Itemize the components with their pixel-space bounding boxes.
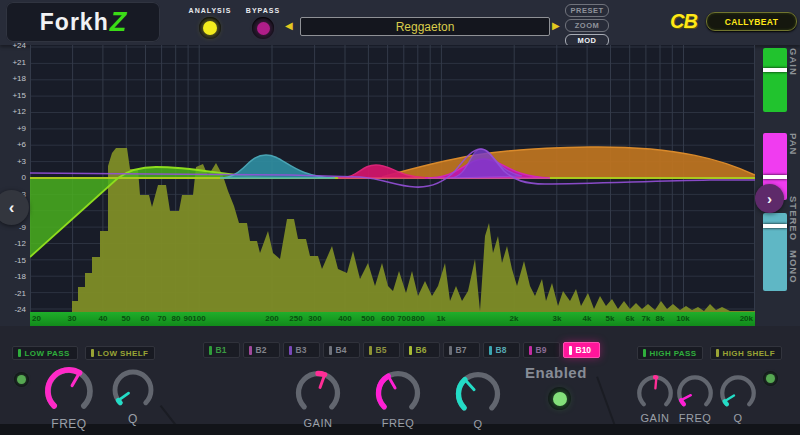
enabled-label: Enabled	[525, 364, 587, 381]
band-enabled-led[interactable]	[548, 387, 571, 410]
band-button-b2[interactable]: B2	[243, 342, 280, 358]
band-q-knob[interactable]: Q	[452, 368, 504, 430]
bypass-label: BYPASS	[241, 7, 285, 14]
stereo-label: STEREO	[788, 196, 799, 248]
band-button-b8[interactable]: B8	[483, 342, 520, 358]
scroll-right-button[interactable]: ›	[755, 184, 784, 213]
preset-prev-icon[interactable]: ◀	[285, 21, 293, 31]
highband-freq-knob[interactable]: FREQ	[674, 372, 716, 424]
stereo-width-slider[interactable]	[763, 213, 787, 291]
output-gain-label: GAIN	[788, 48, 799, 112]
output-gain-slider[interactable]	[763, 48, 787, 112]
band-button-b6[interactable]: B6	[403, 342, 440, 358]
band-button-b4[interactable]: B4	[323, 342, 360, 358]
mode-pills: PRESET ZOOM MOD	[565, 4, 609, 49]
preset-tab[interactable]: PRESET	[565, 4, 609, 17]
chevron-right-icon: ›	[767, 190, 772, 207]
low-band-enabled-led[interactable]	[14, 372, 29, 387]
output-gain-slider-handle[interactable]	[763, 68, 787, 72]
bypass-led-icon	[257, 22, 270, 35]
db-axis: +24+21 +18+15 +12+9 +6+3 0-3 -6-9 -12-15…	[0, 41, 26, 314]
analysis-led-icon	[203, 21, 217, 35]
high-pass-button[interactable]: HIGH PASS	[637, 346, 703, 360]
band-button-b7[interactable]: B7	[443, 342, 480, 358]
pan-label: PAN	[788, 133, 799, 200]
lowband-q-knob[interactable]: Q	[109, 366, 157, 426]
plugin-window: Forkh Z ANALYSIS BYPASS ◀ Reggaeton ▶ PR…	[0, 0, 800, 435]
frequency-axis: 20 30 40 50 60 70 80 90 100 200 250 300 …	[30, 312, 755, 326]
high-band-enabled-led[interactable]	[763, 371, 778, 386]
low-pass-button[interactable]: LOW PASS	[12, 346, 78, 360]
zoom-tab[interactable]: ZOOM	[565, 19, 609, 32]
brand-badge: CALLYBEAT	[706, 12, 797, 31]
highband-gain-knob[interactable]: GAIN	[634, 372, 676, 424]
logo-accent: Z	[110, 7, 127, 38]
lowband-freq-knob[interactable]: FREQ	[41, 363, 97, 431]
high-pass-indicator-icon	[643, 349, 646, 357]
band-gain-knob[interactable]: GAIN	[292, 367, 344, 429]
band-button-b5[interactable]: B5	[363, 342, 400, 358]
preset-next-icon[interactable]: ▶	[552, 21, 560, 31]
preset-value: Reggaeton	[396, 20, 455, 34]
analysis-label: ANALYSIS	[186, 7, 234, 14]
highband-q-knob[interactable]: Q	[717, 372, 759, 424]
high-shelf-indicator-icon	[716, 349, 719, 357]
logo: Forkh Z	[6, 2, 160, 42]
band-button-b10[interactable]: B10	[563, 342, 600, 358]
chevron-left-icon: ‹	[9, 198, 15, 218]
analysis-toggle[interactable]	[199, 17, 221, 39]
band-freq-knob[interactable]: FREQ	[372, 367, 424, 429]
preset-selector[interactable]: Reggaeton	[300, 17, 550, 36]
low-shelf-indicator-icon	[91, 349, 94, 357]
band-button-b3[interactable]: B3	[283, 342, 320, 358]
band-button-b9[interactable]: B9	[523, 342, 560, 358]
high-shelf-button[interactable]: HIGH SHELF	[710, 346, 782, 360]
low-pass-indicator-icon	[18, 349, 21, 357]
pan-slider-handle[interactable]	[763, 175, 787, 179]
bypass-toggle[interactable]	[252, 17, 274, 39]
band-button-b1[interactable]: B1	[203, 342, 240, 358]
logo-text: Forkh	[40, 9, 109, 36]
stereo-width-slider-handle[interactable]	[763, 224, 787, 228]
eq-graph[interactable]	[30, 45, 755, 312]
mono-label: MONO	[788, 250, 799, 296]
low-shelf-button[interactable]: LOW SHELF	[85, 346, 155, 360]
cb-logo: CB	[670, 10, 697, 33]
